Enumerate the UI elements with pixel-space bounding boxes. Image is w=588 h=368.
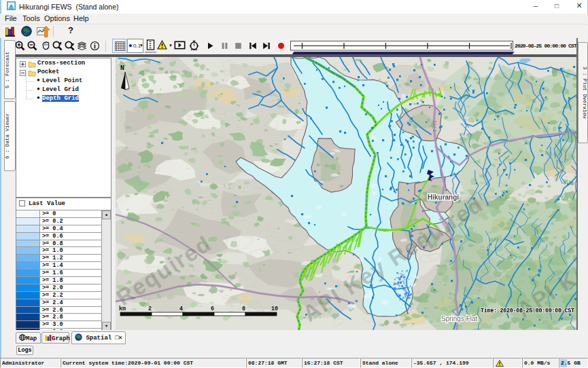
svg-text:10: 10 xyxy=(271,306,278,312)
svg-text:km: km xyxy=(119,306,126,312)
svg-text:2: 2 xyxy=(148,306,152,312)
svg-text:N: N xyxy=(120,65,124,72)
svg-text:SH 1: SH 1 xyxy=(432,120,438,132)
svg-text:Springs Flat: Springs Flat xyxy=(441,315,478,323)
svg-text:6: 6 xyxy=(211,306,214,312)
svg-text:Time: 2020-08-25 00:00:00 CST: Time: 2020-08-25 00:00:00 CST xyxy=(481,308,574,314)
svg-text:8: 8 xyxy=(242,306,245,312)
svg-text:Hikurangi: Hikurangi xyxy=(428,194,459,201)
svg-text:4: 4 xyxy=(179,306,183,312)
